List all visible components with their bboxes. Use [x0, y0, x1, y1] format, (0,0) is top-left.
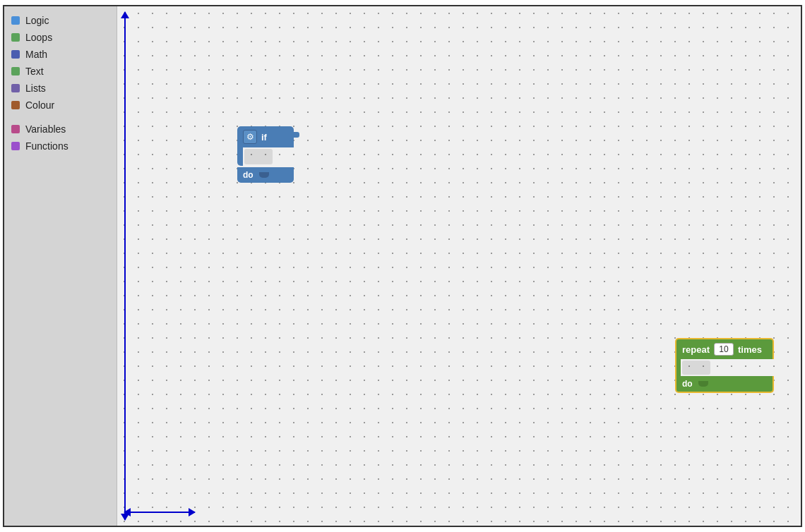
if-do-label: do	[243, 170, 254, 180]
colour-color	[11, 101, 20, 109]
variables-color	[11, 125, 20, 133]
repeat-label: repeat	[682, 344, 710, 355]
if-top-bar: ⚙ if	[237, 126, 294, 147]
loops-color	[11, 33, 20, 42]
repeat-do-label: do	[682, 379, 693, 389]
sidebar-item-variables[interactable]: Variables	[4, 121, 117, 138]
sidebar-item-functions[interactable]: Functions	[4, 138, 117, 155]
math-color	[11, 50, 20, 59]
sidebar-item-logic[interactable]: Logic	[4, 12, 117, 29]
sidebar-label-math: Math	[25, 49, 47, 60]
sidebar-label-variables: Variables	[25, 123, 66, 135]
repeat-value[interactable]: 10	[714, 343, 734, 356]
if-block[interactable]: ⚙ if do	[237, 126, 294, 183]
sidebar-label-logic: Logic	[25, 15, 49, 26]
block-canvas[interactable]: ⚙ if do repeat 10 time	[117, 6, 801, 526]
repeat-top-bar: repeat 10 times	[675, 338, 774, 359]
times-label: times	[738, 344, 762, 355]
logic-color	[11, 16, 20, 25]
if-block-shape: ⚙ if do	[237, 126, 294, 183]
repeat-block[interactable]: repeat 10 times do	[675, 338, 774, 393]
sidebar-item-math[interactable]: Math	[4, 46, 117, 63]
sidebar-item-colour[interactable]: Colour	[4, 97, 117, 114]
if-right-connector	[292, 132, 299, 138]
sidebar-item-text[interactable]: Text	[4, 63, 117, 80]
horizontal-arrow	[124, 512, 195, 513]
sidebar-label-loops: Loops	[25, 32, 52, 43]
if-bottom-bar: do	[237, 167, 294, 183]
text-color	[11, 67, 20, 75]
sidebar-label-colour: Colour	[25, 99, 54, 111]
sidebar-label-functions: Functions	[25, 140, 68, 152]
repeat-bottom-bar: do	[675, 376, 774, 393]
sidebar-item-loops[interactable]: Loops	[4, 29, 117, 46]
sidebar-item-lists[interactable]: Lists	[4, 80, 117, 97]
gear-icon[interactable]: ⚙	[243, 130, 257, 144]
vertical-arrow	[124, 12, 126, 520]
functions-color	[11, 142, 20, 150]
sidebar-label-lists: Lists	[25, 83, 46, 94]
sidebar: Logic Loops Math Text Lists Colour Varia…	[4, 6, 117, 526]
main-container: Logic Loops Math Text Lists Colour Varia…	[3, 5, 802, 527]
if-label: if	[261, 132, 267, 143]
sidebar-label-text: Text	[25, 66, 44, 77]
lists-color	[11, 84, 20, 92]
repeat-block-shape: repeat 10 times do	[675, 338, 774, 393]
